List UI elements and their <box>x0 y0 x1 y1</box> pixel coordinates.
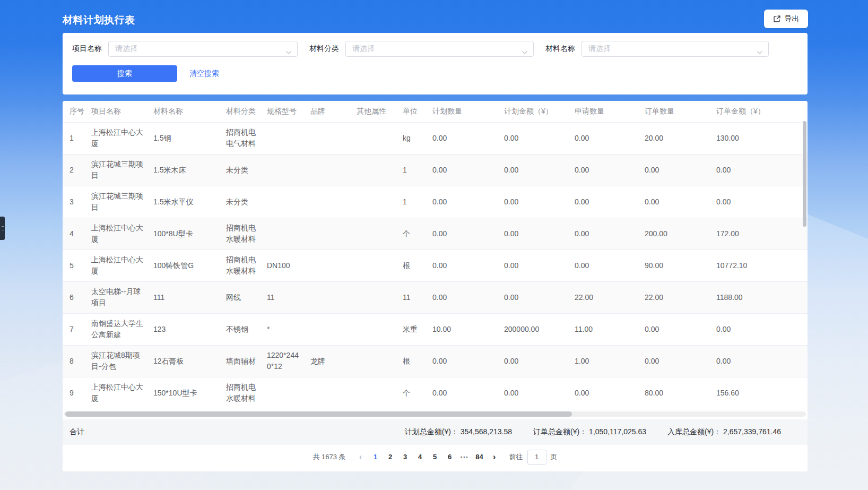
cell: 12石膏板 <box>146 345 219 377</box>
page-button-4[interactable]: 4 <box>413 450 428 465</box>
page-button-2[interactable]: 2 <box>383 450 398 465</box>
page-button-5[interactable]: 5 <box>428 450 442 465</box>
cell: 0.00 <box>497 122 568 154</box>
cell: 上海松江中心大厦 <box>84 122 146 154</box>
cell: 0.00 <box>426 154 497 186</box>
cell: 未分类 <box>219 186 260 218</box>
cell: 招商机电水暖材料 <box>219 218 260 250</box>
cell: 招商机电水暖材料 <box>219 377 260 409</box>
page-button-84[interactable]: 84 <box>472 450 487 465</box>
column-header-order-amount: 订单金额（¥） <box>709 101 808 122</box>
cell: 0.00 <box>497 281 568 313</box>
cell: 0.00 <box>568 122 638 154</box>
project-name-select[interactable]: 请选择 <box>108 41 298 57</box>
goto-page-input[interactable] <box>527 450 546 465</box>
cell: 111 <box>146 281 219 313</box>
material-category-select[interactable]: 请选择 <box>345 41 534 57</box>
cell: DN100 <box>260 250 303 281</box>
cell: 6 <box>63 281 84 313</box>
page-button-6[interactable]: 6 <box>442 450 457 465</box>
cell: 0.00 <box>497 377 568 409</box>
cell: 0.00 <box>709 186 808 218</box>
cell: 2 <box>63 154 84 186</box>
cell: 22.00 <box>568 281 638 313</box>
chevron-down-icon <box>285 47 292 57</box>
cell: 0.00 <box>497 218 568 250</box>
vertical-scrollbar-thumb[interactable] <box>803 121 806 227</box>
cell: 80.00 <box>638 377 709 409</box>
column-header-unit: 单位 <box>396 101 426 122</box>
material-name-label: 材料名称 <box>545 44 575 54</box>
summary-row: 合计 计划总金额(¥)： 354,568,213.58 订单总金额(¥)： 1,… <box>63 419 808 445</box>
cell <box>350 313 396 345</box>
next-page-button[interactable]: › <box>487 450 502 465</box>
clear-search-link[interactable]: 清空搜索 <box>189 69 219 79</box>
cell: 9 <box>63 377 84 409</box>
plan-total: 计划总金额(¥)： 354,568,213.58 <box>405 427 512 437</box>
cell <box>350 250 396 281</box>
cell: kg <box>396 122 426 154</box>
project-name-placeholder: 请选择 <box>115 44 137 54</box>
cell: 1 <box>396 186 426 218</box>
page-button-1[interactable]: 1 <box>368 450 383 465</box>
cell: 1220*2440*12 <box>260 345 303 377</box>
cell <box>350 186 396 218</box>
export-button-label: 导出 <box>785 14 800 24</box>
filter-panel: 项目名称 请选择 材料分类 请选择 材料名称 请选择 搜索 清空搜索 <box>63 33 808 94</box>
cell: 11.00 <box>568 313 638 345</box>
cell: 滨江花城三期项目 <box>84 154 146 186</box>
sidebar-collapse-handle[interactable] <box>0 217 5 240</box>
cell <box>303 377 350 409</box>
cell: 5 <box>63 250 84 281</box>
cell: 1188.00 <box>709 281 808 313</box>
horizontal-scrollbar-thumb[interactable] <box>65 411 572 417</box>
cell: 网线 <box>219 281 260 313</box>
cell <box>350 377 396 409</box>
cell: 1 <box>63 122 84 154</box>
cell: 0.00 <box>426 250 497 281</box>
cell: 0.00 <box>568 250 638 281</box>
cell: 1 <box>396 154 426 186</box>
cell: 根 <box>396 345 426 377</box>
cell: 0.00 <box>709 313 808 345</box>
material-category-placeholder: 请选择 <box>352 44 375 54</box>
summary-label: 合计 <box>70 427 84 437</box>
pagination: 共 1673 条 ‹ 1 2 3 4 5 6 ··· 84 › 前往 页 <box>63 445 808 469</box>
cell <box>350 154 396 186</box>
prev-page-button[interactable]: ‹ <box>353 450 368 465</box>
cell: 上海松江中心大厦 <box>84 250 146 281</box>
cell <box>260 377 303 409</box>
cell: 招商机电水暖材料 <box>219 250 260 281</box>
material-plan-table-panel: 序号 项目名称 材料名称 材料分类 规格型号 品牌 其他属性 单位 计划数量 计… <box>63 101 808 471</box>
material-plan-table: 序号 项目名称 材料名称 材料分类 规格型号 品牌 其他属性 单位 计划数量 计… <box>63 101 808 409</box>
cell: 22.00 <box>638 281 709 313</box>
export-button[interactable]: 导出 <box>764 10 808 28</box>
column-header-brand: 品牌 <box>303 101 350 122</box>
cell: 龙牌 <box>303 345 350 377</box>
search-button[interactable]: 搜索 <box>72 65 177 82</box>
material-name-placeholder: 请选择 <box>588 44 611 54</box>
more-pages-button[interactable]: ··· <box>457 450 472 465</box>
cell <box>350 218 396 250</box>
cell: 130.00 <box>709 122 808 154</box>
cell: 0.00 <box>638 345 709 377</box>
cell: 上海松江中心大厦 <box>84 218 146 250</box>
cell: 0.00 <box>497 250 568 281</box>
material-name-select[interactable]: 请选择 <box>581 41 769 57</box>
cell: 个 <box>396 218 426 250</box>
cell: 90.00 <box>638 250 709 281</box>
page-button-3[interactable]: 3 <box>398 450 413 465</box>
cell <box>260 122 303 154</box>
cell: 0.00 <box>709 154 808 186</box>
pagination-total: 共 1673 条 <box>313 452 345 462</box>
table-row: 3滨江花城三期项目1.5米水平仪未分类10.000.000.000.000.00 <box>63 186 808 218</box>
table-row: 6太空电梯--月球项目111网线11110.000.0022.0022.0011… <box>63 281 808 313</box>
cell: 10772.10 <box>709 250 808 281</box>
table-row: 9上海松江中心大厦150*10U型卡招商机电水暖材料个0.000.000.008… <box>63 377 808 409</box>
cell: 8 <box>63 345 84 377</box>
cell: 0.00 <box>497 154 568 186</box>
cell: 11 <box>396 281 426 313</box>
cell: 4 <box>63 218 84 250</box>
cell: 南钢盛达大学生公寓新建 <box>84 313 146 345</box>
cell: 0.00 <box>426 186 497 218</box>
